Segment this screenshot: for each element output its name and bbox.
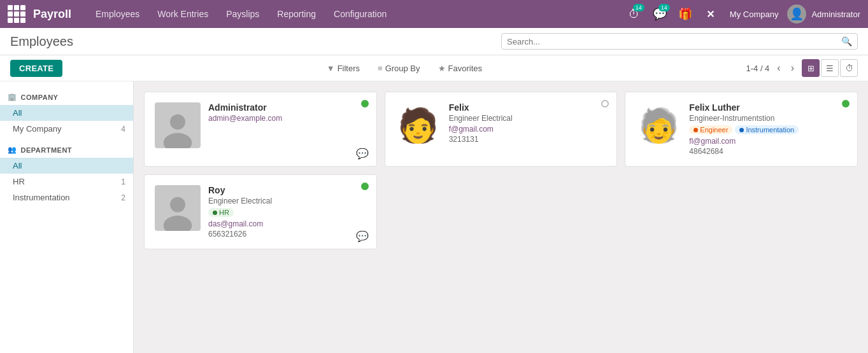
card-name-felix-luther: Felix Luther	[689, 102, 847, 113]
card-name-roy: Roy	[208, 185, 366, 195]
sidebar-item-instrumentation-label: Instrumentation	[13, 193, 70, 202]
employee-card-felix-luther[interactable]: 🧓 Felix Luther Engineer-Instrumentstion …	[625, 92, 858, 167]
card-status-felix-luther	[842, 100, 850, 107]
nav-payslips[interactable]: Payslips	[217, 0, 268, 28]
tag-engineer: Engineer	[689, 125, 732, 134]
avatar-roy	[155, 185, 201, 231]
card-status-felix	[601, 100, 609, 107]
company-name[interactable]: My Company	[730, 10, 779, 19]
card-info-roy: Roy Engineer Electrical HR das@gmail.com…	[208, 185, 366, 239]
favorites-button[interactable]: ★ Favorites	[434, 61, 486, 76]
card-info-felix: Felix Engineer Electrical f@gmail.com 32…	[449, 102, 607, 144]
star-icon: ★	[438, 64, 446, 73]
tag-instrumentation-label: Instrumentation	[746, 126, 794, 134]
nav-reporting[interactable]: Reporting	[268, 0, 325, 28]
filter-funnel-icon: ▼	[327, 64, 335, 73]
card-name-felix: Felix	[449, 102, 607, 113]
tag-dot-engineer	[694, 128, 698, 132]
svg-point-1	[164, 133, 192, 148]
page-title: Employees	[10, 34, 73, 49]
svg-point-3	[164, 216, 192, 231]
create-button[interactable]: CREATE	[10, 60, 62, 77]
sidebar-item-my-company[interactable]: My Company 4	[0, 121, 133, 137]
card-chat-roy[interactable]: 💬	[356, 230, 369, 242]
sidebar-item-instrumentation[interactable]: Instrumentation 2	[0, 190, 133, 205]
action-bar: CREATE ▼ Filters ≡ Group By ★ Favorites …	[0, 55, 868, 81]
gift-icon[interactable]: 🎁	[675, 4, 695, 24]
company-section-title: 🏢 COMPANY	[0, 89, 133, 105]
sidebar-item-my-company-count: 4	[121, 125, 125, 134]
sidebar-item-hr[interactable]: HR 1	[0, 174, 133, 190]
top-right-actions: ⏱ 14 💬 14 🎁 ✕ My Company 👤 Administrator	[624, 4, 860, 24]
activity-icon[interactable]: ⏱ 14	[624, 4, 644, 24]
close-icon[interactable]: ✕	[701, 4, 721, 24]
card-phone-felix-luther: 48642684	[689, 147, 847, 156]
company-section-label: COMPANY	[21, 93, 59, 101]
tag-hr-label: HR	[219, 209, 229, 216]
pagination-text: 1-4 / 4	[746, 64, 769, 73]
sidebar-item-instrumentation-count: 2	[121, 193, 125, 202]
svg-point-0	[170, 114, 185, 130]
card-chat-admin[interactable]: 💬	[356, 148, 369, 160]
group-by-button[interactable]: ≡ Group By	[374, 61, 424, 76]
sidebar-item-my-company-label: My Company	[13, 124, 62, 134]
messages-badge: 14	[658, 4, 670, 11]
company-section-icon: 🏢	[8, 93, 17, 101]
filter-group: ▼ Filters ≡ Group By ★ Favorites	[323, 61, 486, 76]
employee-card-felix[interactable]: 🧑 Felix Engineer Electrical f@gmail.com …	[385, 92, 618, 167]
svg-point-2	[170, 197, 185, 212]
card-email-felix: f@gmail.com	[449, 125, 607, 134]
sidebar-item-all-company-label: All	[13, 108, 22, 118]
cards-area: Administrator admin@example.com 💬 🧑 Feli…	[134, 81, 868, 353]
card-tags-felix-luther: Engineer Instrumentation	[689, 125, 847, 134]
employee-card-roy[interactable]: Roy Engineer Electrical HR das@gmail.com…	[144, 174, 377, 249]
sidebar-item-all-dept[interactable]: All	[0, 158, 133, 174]
card-status-roy	[361, 183, 369, 190]
nav-links: Employees Work Entries Payslips Reportin…	[87, 0, 622, 28]
department-section-title: 👥 DEPARTMENT	[0, 142, 133, 158]
card-email-admin: admin@example.com	[208, 114, 366, 123]
search-icon: 🔍	[841, 36, 852, 46]
department-section-label: DEPARTMENT	[21, 146, 73, 154]
employee-card-admin[interactable]: Administrator admin@example.com 💬	[144, 92, 377, 167]
filters-button[interactable]: ▼ Filters	[323, 61, 364, 76]
nav-configuration[interactable]: Configuration	[325, 0, 395, 28]
favorites-label: Favorites	[448, 64, 482, 73]
tag-hr: HR	[208, 208, 234, 217]
tag-instrumentation: Instrumentation	[735, 125, 799, 134]
page-header: Employees 🔍	[0, 28, 868, 55]
top-navigation: Payroll Employees Work Entries Payslips …	[0, 0, 868, 28]
avatar-felix: 🧑	[395, 102, 441, 148]
tag-dot-hr	[213, 211, 217, 215]
avatar-admin	[155, 102, 201, 148]
app-grid-icon[interactable]	[8, 5, 25, 23]
card-phone-roy: 656321626	[208, 230, 366, 239]
card-email-felix-luther: fl@gmail.com	[689, 137, 847, 146]
avatar-felix-luther: 🧓	[636, 102, 681, 148]
card-phone-felix: 3213131	[449, 135, 607, 144]
prev-page-button[interactable]: ‹	[774, 61, 783, 75]
search-bar[interactable]: 🔍	[501, 33, 858, 50]
sidebar: 🏢 COMPANY All My Company 4 👥 DEPARTMENT …	[0, 81, 134, 353]
nav-employees[interactable]: Employees	[87, 0, 148, 28]
card-tags-roy: HR	[208, 208, 366, 217]
activity-view-button[interactable]: ⏱	[840, 59, 858, 77]
search-input[interactable]	[507, 37, 841, 46]
messages-icon[interactable]: 💬 14	[650, 4, 670, 24]
activity-badge: 14	[633, 4, 644, 11]
kanban-view-button[interactable]: ⊞	[802, 59, 820, 77]
avatar[interactable]: 👤	[787, 4, 806, 24]
next-page-button[interactable]: ›	[788, 61, 797, 75]
department-section-icon: 👥	[8, 146, 17, 154]
sidebar-item-all-company[interactable]: All	[0, 105, 133, 121]
nav-work-entries[interactable]: Work Entries	[148, 0, 217, 28]
card-info-admin: Administrator admin@example.com	[208, 102, 366, 124]
list-view-button[interactable]: ☰	[821, 59, 839, 77]
card-title-roy: Engineer Electrical	[208, 197, 366, 205]
app-name: Payroll	[33, 8, 71, 21]
tag-engineer-label: Engineer	[700, 126, 728, 134]
card-title-felix: Engineer Electrical	[449, 114, 607, 123]
group-by-label: Group By	[385, 64, 420, 73]
pagination-area: 1-4 / 4 ‹ › ⊞ ☰ ⏱	[746, 59, 858, 77]
card-info-felix-luther: Felix Luther Engineer-Instrumentstion En…	[689, 102, 847, 156]
